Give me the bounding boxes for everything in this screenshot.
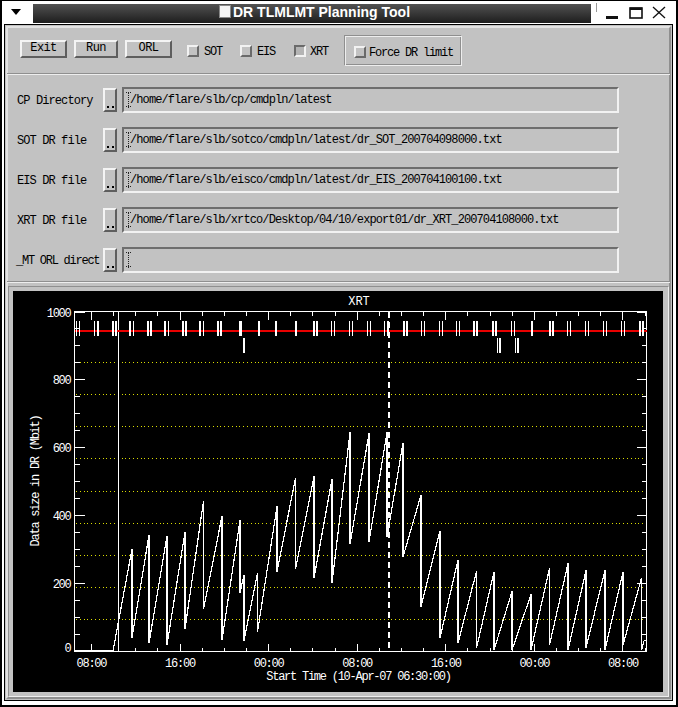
svg-text:0: 0 — [65, 642, 72, 656]
svg-text:XRT: XRT — [348, 295, 370, 309]
svg-text:1000: 1000 — [47, 307, 72, 321]
svg-text:800: 800 — [53, 374, 72, 388]
svg-text:Start Time (10-Apr-07 06:30:00: Start Time (10-Apr-07 06:30:00) — [266, 670, 451, 684]
svg-text:200: 200 — [53, 578, 72, 592]
svg-text:00:00: 00:00 — [254, 657, 285, 671]
svg-text:08:00: 08:00 — [342, 657, 373, 671]
svg-text:400: 400 — [53, 510, 72, 524]
svg-text:00:00: 00:00 — [520, 657, 551, 671]
svg-text:16:00: 16:00 — [431, 657, 462, 671]
svg-text:16:00: 16:00 — [165, 657, 196, 671]
svg-text:08:00: 08:00 — [77, 657, 108, 671]
svg-text:Data size in DR (Mbit): Data size in DR (Mbit) — [29, 415, 43, 546]
svg-text:08:00: 08:00 — [608, 657, 639, 671]
svg-text:600: 600 — [53, 442, 72, 456]
